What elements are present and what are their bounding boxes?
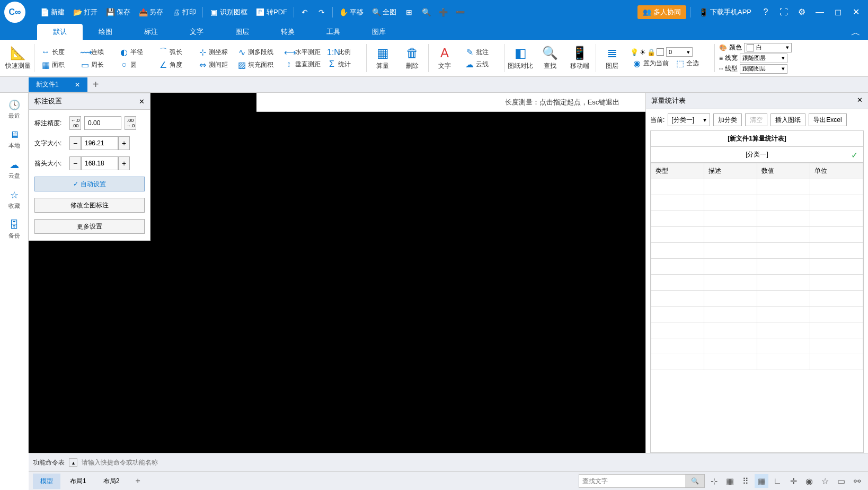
grid-toggle[interactable]: ▦ xyxy=(723,474,737,488)
saveas-button[interactable]: 📤另存 xyxy=(135,4,167,20)
perimeter-button[interactable]: ▭周长 xyxy=(78,59,115,71)
zoom-out-button[interactable]: ➖ xyxy=(451,4,468,20)
arc-button[interactable]: ⌒弧长 xyxy=(156,46,193,59)
tab-library[interactable]: 图库 xyxy=(356,24,402,40)
radius-button[interactable]: ◐半径 xyxy=(117,46,154,59)
link-toggle[interactable]: ⚯ xyxy=(850,474,864,488)
linetype-select[interactable]: 跟随图层▾ xyxy=(740,64,787,74)
close-stats-button[interactable]: ✕ xyxy=(857,96,863,106)
precision-input[interactable] xyxy=(84,116,121,130)
textsize-input[interactable] xyxy=(81,136,118,150)
ratio-button[interactable]: 1:N比例 xyxy=(325,46,362,58)
command-expand-button[interactable]: ▴ xyxy=(69,458,77,467)
new-button[interactable]: 📄新建 xyxy=(36,4,69,20)
find-button[interactable]: 🔍查找 xyxy=(535,42,565,74)
snap-toggle[interactable]: ⊹ xyxy=(707,474,721,488)
close-panel-button[interactable]: ✕ xyxy=(139,98,145,106)
calc-button[interactable]: ▦算量 xyxy=(368,42,397,74)
zoom-prev-button[interactable]: 🔍 xyxy=(418,4,435,20)
zoom-window-button[interactable]: ⊞ xyxy=(401,4,418,20)
rail-favorites[interactable]: ☆收藏 xyxy=(8,189,20,210)
compare-button[interactable]: ◧图纸对比 xyxy=(506,42,535,74)
gap-button[interactable]: ⇔测间距 xyxy=(196,59,233,71)
tab-default[interactable]: 默认 xyxy=(37,24,83,40)
horiz-dist-button[interactable]: ⟷水平测距 xyxy=(282,46,323,58)
tab-text[interactable]: 文字 xyxy=(174,24,219,40)
add-layout-button[interactable]: + xyxy=(129,473,146,489)
layout-model[interactable]: 模型 xyxy=(33,474,60,489)
arrowsize-input[interactable] xyxy=(81,156,118,170)
layout-1[interactable]: 布局1 xyxy=(63,474,94,489)
tab-draw[interactable]: 绘图 xyxy=(83,24,128,40)
osnap-toggle[interactable]: ▦ xyxy=(755,474,768,488)
color-select[interactable]: 白▾ xyxy=(744,43,792,52)
set-current-button[interactable]: ◉置为当前 xyxy=(630,57,671,69)
help-button[interactable]: ? xyxy=(758,4,774,20)
delete-button[interactable]: 🗑删除 xyxy=(397,42,427,74)
color-toggle[interactable]: ◉ xyxy=(802,474,816,488)
command-input[interactable] xyxy=(82,457,506,468)
lineweight-select[interactable]: 跟随图层▾ xyxy=(740,54,787,63)
settings-button[interactable]: ⚙ xyxy=(794,4,810,20)
rail-recent[interactable]: 🕓最近 xyxy=(8,99,20,120)
arrowsize-minus-button[interactable]: − xyxy=(69,156,81,170)
open-button[interactable]: 📂打开 xyxy=(69,4,102,20)
print-button[interactable]: 🖨打印 xyxy=(167,4,200,20)
batch-annotate-button[interactable]: ✎批注 xyxy=(463,46,500,58)
insert-drawing-button[interactable]: 插入图纸 xyxy=(770,113,805,126)
angle-button[interactable]: ∠角度 xyxy=(156,59,193,71)
redo-button[interactable]: ↷ xyxy=(313,4,330,20)
collab-button[interactable]: 👥多人协同 xyxy=(637,5,686,19)
tab-tools[interactable]: 工具 xyxy=(311,24,356,40)
tab-convert[interactable]: 转换 xyxy=(265,24,311,40)
maximize-button[interactable]: ◻ xyxy=(830,4,846,20)
favorite-toggle[interactable]: ☆ xyxy=(818,474,832,488)
grid2-toggle[interactable]: ⠿ xyxy=(739,474,752,488)
circle-button[interactable]: ○圆 xyxy=(117,59,154,71)
add-category-button[interactable]: 加分类 xyxy=(713,113,742,126)
topdf-button[interactable]: 🅿转PDF xyxy=(252,4,291,20)
layer-button[interactable]: ≣图层 xyxy=(597,42,627,74)
cloud-line-button[interactable]: ☁云线 xyxy=(463,58,500,71)
pan-button[interactable]: ✋平移 xyxy=(335,4,368,20)
zoom-in-button[interactable]: ➕ xyxy=(435,4,451,20)
close-button[interactable]: ✕ xyxy=(848,4,864,20)
export-excel-button[interactable]: 导出Excel xyxy=(809,113,846,126)
category-row[interactable]: [分类一]✓ xyxy=(651,147,863,163)
rail-backup[interactable]: 🗄备份 xyxy=(8,220,20,240)
precision-decrease-button[interactable]: ←.0.00 xyxy=(69,116,81,130)
arrowsize-plus-button[interactable]: + xyxy=(118,156,130,170)
save-button[interactable]: 💾保存 xyxy=(102,4,135,20)
recognize-button[interactable]: ▣识别图框 xyxy=(205,4,252,20)
layer-select[interactable]: 0▾ xyxy=(666,47,693,57)
tab-annotate[interactable]: 标注 xyxy=(128,24,174,40)
sheet-toggle[interactable]: ▭ xyxy=(834,474,848,488)
quick-measure-button[interactable]: 📐快速测量 xyxy=(3,42,33,74)
area-button[interactable]: ▦面积 xyxy=(39,59,76,71)
auto-setting-button[interactable]: ✓ 自动设置 xyxy=(34,177,145,191)
search-button[interactable]: 🔍 xyxy=(685,475,704,487)
tab-layer[interactable]: 图层 xyxy=(219,24,265,40)
clear-button[interactable]: 清空 xyxy=(745,113,767,126)
collapse-ribbon-button[interactable]: ︿ xyxy=(851,26,861,39)
polar-toggle[interactable]: ✛ xyxy=(786,474,800,488)
ortho-toggle[interactable]: ∟ xyxy=(770,474,784,488)
rail-cloud[interactable]: ☁云盘 xyxy=(8,159,20,180)
text-button[interactable]: A文字 xyxy=(430,42,459,74)
length-button[interactable]: ↔长度 xyxy=(39,46,76,59)
fillarea-button[interactable]: ▨填充面积 xyxy=(235,59,276,71)
rail-local[interactable]: 🖥本地 xyxy=(8,129,20,150)
polyline-button[interactable]: ∿测多段线 xyxy=(235,46,276,59)
fullscreen-button[interactable]: ⛶ xyxy=(776,4,792,20)
document-tab[interactable]: 新文件1✕ xyxy=(29,77,87,92)
vert-dist-button[interactable]: ↕垂直测距 xyxy=(282,58,323,70)
category-select[interactable]: [分类一]▾ xyxy=(668,113,710,126)
continuous-button[interactable]: ⟿连续 xyxy=(78,46,115,59)
textsize-minus-button[interactable]: − xyxy=(69,136,81,150)
undo-button[interactable]: ↶ xyxy=(296,4,313,20)
modify-all-button[interactable]: 修改全图标注 xyxy=(34,198,145,213)
coord-button[interactable]: ⊹测坐标 xyxy=(196,46,233,59)
mobile-button[interactable]: 📱移动端 xyxy=(565,42,595,74)
fullview-button[interactable]: 🔍全图 xyxy=(368,4,401,20)
download-app-button[interactable]: 📱下载手机APP xyxy=(695,4,756,20)
